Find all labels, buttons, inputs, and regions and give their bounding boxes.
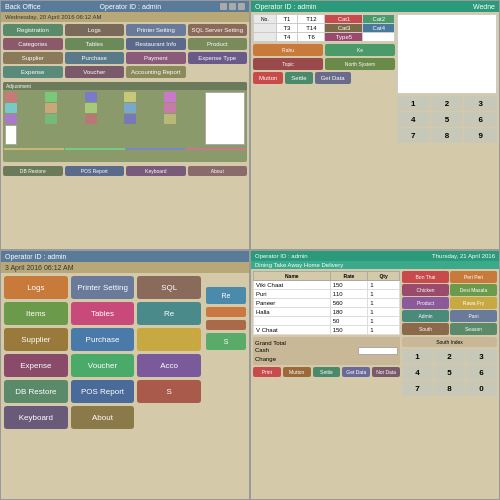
ip-bottom-3[interactable]	[126, 148, 186, 150]
ip-cell-2[interactable]	[45, 92, 57, 102]
q4-num-3[interactable]: 3	[466, 349, 497, 364]
q4-get-data-btn[interactable]: Get Data	[342, 367, 370, 377]
ip-cell-11[interactable]	[5, 114, 17, 124]
q3-purchase-btn[interactable]: Purchase	[71, 328, 135, 351]
ip-cell-10[interactable]	[164, 103, 176, 113]
q4-print-btn[interactable]: Print	[253, 367, 281, 377]
table-cell-t14[interactable]: T14	[298, 24, 325, 33]
table-cell-cat4[interactable]: Cat4	[363, 24, 395, 33]
table-cell-cat2[interactable]: Cat2	[363, 15, 395, 24]
numpad-6[interactable]: 6	[464, 112, 497, 127]
menu-btn-product[interactable]: Product	[188, 38, 248, 50]
table-row[interactable]: Halla 180 1	[254, 308, 400, 317]
ip-cell-9[interactable]	[124, 103, 136, 113]
q4-num-1[interactable]: 1	[402, 349, 433, 364]
menu-btn-voucher[interactable]: Voucher	[65, 66, 125, 78]
q2-cat-btn-4[interactable]: North System	[325, 58, 395, 70]
q4-num-2[interactable]: 2	[434, 349, 465, 364]
q4-num-7[interactable]: 7	[402, 381, 433, 396]
q4-num-4[interactable]: 4	[402, 365, 433, 380]
q3-expense-btn[interactable]: Expense	[4, 354, 68, 377]
table-cell-cat5[interactable]: Type5	[325, 33, 363, 42]
q4-mutton-btn[interactable]: Mutton	[283, 367, 311, 377]
ip-cell-4[interactable]	[124, 92, 136, 102]
q3-sql-btn[interactable]: SQL	[137, 276, 201, 299]
menu-btn-expense-type[interactable]: Expense Type	[188, 52, 248, 64]
q3-extra-2[interactable]	[206, 307, 246, 317]
ip-cell-7[interactable]	[45, 103, 57, 113]
q4-cat-desi[interactable]: Desi Masala	[450, 284, 497, 296]
q4-num-0[interactable]: 0	[466, 381, 497, 396]
q1-keyboard[interactable]: Keyboard	[126, 166, 186, 176]
numpad-8[interactable]: 8	[431, 128, 464, 143]
q4-cat-product[interactable]: Product	[402, 297, 449, 309]
q4-cat-chicken[interactable]: Chicken	[402, 284, 449, 296]
ip-cell-5[interactable]	[164, 92, 176, 102]
ip-cell-12[interactable]	[45, 114, 57, 124]
q4-num-5[interactable]: 5	[434, 365, 465, 380]
q3-pos-report-btn[interactable]: POS Report	[71, 380, 135, 403]
q3-voucher-label-btn[interactable]	[137, 328, 201, 351]
q3-extra-3[interactable]	[206, 320, 246, 330]
table-row[interactable]: V Chaat 150 1	[254, 326, 400, 335]
table-cell-t12[interactable]: T12	[298, 15, 325, 24]
q1-about[interactable]: About	[188, 166, 248, 176]
ip-bottom-2[interactable]	[65, 148, 125, 150]
table-cell-t4[interactable]: T4	[276, 33, 297, 42]
q4-cat-admin[interactable]: Admin	[402, 310, 449, 322]
table-row[interactable]: 50 1	[254, 317, 400, 326]
ip-cell-8[interactable]	[85, 103, 97, 113]
q3-printer-setting-btn[interactable]: Printer Setting	[71, 276, 135, 299]
ip-cell-15[interactable]	[164, 114, 176, 124]
numpad-3[interactable]: 3	[464, 96, 497, 111]
close-icon[interactable]	[238, 3, 245, 10]
menu-btn-supplier[interactable]: Supplier	[3, 52, 63, 64]
maximize-icon[interactable]	[229, 3, 236, 10]
numpad-4[interactable]: 4	[397, 112, 430, 127]
table-cell-t1[interactable]: T1	[276, 15, 297, 24]
numpad-2[interactable]: 2	[431, 96, 464, 111]
q3-db-restore-btn[interactable]: DB Restore	[4, 380, 68, 403]
menu-btn-sql[interactable]: SQL Server Setting	[188, 24, 248, 36]
ip-bottom-1[interactable]	[4, 148, 64, 150]
q3-extra-4[interactable]: S	[206, 333, 246, 350]
q2-cat-btn-1[interactable]: Rahu	[253, 44, 323, 56]
q4-cat-rawa[interactable]: Rawa Fry	[450, 297, 497, 309]
menu-btn-registration[interactable]: Registration	[3, 24, 63, 36]
q4-not-data-btn[interactable]: Not Data	[372, 367, 400, 377]
q3-tables-btn[interactable]: Tables	[71, 302, 135, 325]
q3-supplier-btn[interactable]: Supplier	[4, 328, 68, 351]
q4-cat-south[interactable]: South	[402, 323, 449, 335]
cash-input[interactable]	[358, 347, 398, 355]
q4-settle-btn[interactable]: Settle	[313, 367, 341, 377]
numpad-7[interactable]: 7	[397, 128, 430, 143]
q4-cat-pani[interactable]: Pani	[450, 310, 497, 322]
q3-keyboard-btn[interactable]: Keyboard	[4, 406, 68, 429]
ip-bottom-4[interactable]	[186, 148, 246, 150]
menu-btn-payment[interactable]: Payment	[126, 52, 186, 64]
minimize-icon[interactable]	[220, 3, 227, 10]
q4-num-8[interactable]: 8	[434, 381, 465, 396]
menu-btn-categories[interactable]: Categories	[3, 38, 63, 50]
q4-cat-bon-thai[interactable]: Bon Thai	[402, 271, 449, 283]
ip-cell-14[interactable]	[124, 114, 136, 124]
ip-cell-13[interactable]	[85, 114, 97, 124]
menu-btn-logs[interactable]: Logs	[65, 24, 125, 36]
table-cell-cat3[interactable]: Cat3	[325, 24, 363, 33]
table-cell-t3[interactable]: T3	[276, 24, 297, 33]
q2-settle-btn[interactable]: Settle	[285, 72, 312, 84]
q4-cat-peri-peri[interactable]: Peri Peri	[450, 271, 497, 283]
ip-cell-6[interactable]	[5, 103, 17, 113]
q3-about-btn[interactable]: About	[71, 406, 135, 429]
table-row[interactable]: Paneer 560 1	[254, 299, 400, 308]
q4-num-6[interactable]: 6	[466, 365, 497, 380]
menu-btn-printer-setting[interactable]: Printer Setting	[126, 24, 186, 36]
numpad-5[interactable]: 5	[431, 112, 464, 127]
q4-south-india[interactable]: South Index	[402, 337, 497, 347]
q1-pos-report[interactable]: POS Report	[65, 166, 125, 176]
table-row[interactable]: Puri 110 1	[254, 290, 400, 299]
numpad-9[interactable]: 9	[464, 128, 497, 143]
q3-acco-btn[interactable]: Acco	[137, 354, 201, 377]
menu-btn-tables[interactable]: Tables	[65, 38, 125, 50]
menu-btn-purchase[interactable]: Purchase	[65, 52, 125, 64]
